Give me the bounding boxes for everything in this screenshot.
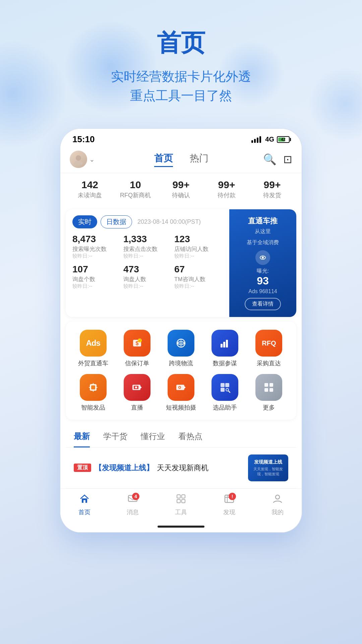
tab-zuixin[interactable]: 最新 <box>74 431 90 447</box>
nav-actions: 🔍 ⊡ <box>263 153 292 166</box>
tab-home[interactable]: 首页 <box>154 152 173 167</box>
ad-card-right[interactable]: 直通车推 从这里 基于全域消费 曝光: 93 Ads 968114 查看详情 <box>229 209 296 317</box>
scan-icon[interactable]: ⊡ <box>283 153 292 166</box>
tool-label-xuanpin: 选品助手 <box>213 404 237 412</box>
svg-rect-13 <box>226 340 228 347</box>
stat-unread-inquiries[interactable]: 142 未读询盘 <box>67 179 113 199</box>
stat-pending-payment[interactable]: 99+ 待付款 <box>204 179 249 199</box>
metric-inquiry-count: 107 询盘个数 较昨日:-- <box>72 264 121 289</box>
tool-zhibo[interactable]: 直播 <box>115 374 159 412</box>
bottom-nav: 首页 4 消息 工具 <box>60 488 302 523</box>
tab-xueganhuo[interactable]: 学干货 <box>103 431 127 447</box>
news-thumb-title: 发现频道上线 <box>254 459 282 465</box>
tool-label-data: 数据参谋 <box>213 359 237 367</box>
signal-icon <box>251 136 261 143</box>
content-tabs: 最新 学干货 懂行业 看热点 置顶 【发现频道上线】 天天发现新商机 发现频道上… <box>66 424 296 488</box>
daily-tab[interactable]: 日数据 <box>101 215 132 228</box>
tool-label-zhibo: 直播 <box>131 404 143 412</box>
tool-icon-fapin <box>80 374 107 401</box>
phone-mockup: 15:10 4G 42 ⌄ 首页 热门 🔍 ⊡ <box>60 129 302 532</box>
data-card: 实时 日数据 2023-08-14 00:00(PST) 8,473 搜索曝光次… <box>66 209 296 317</box>
tool-icon-ads: Ads <box>80 330 107 357</box>
tab-hot[interactable]: 热门 <box>190 152 208 167</box>
tool-shujucanjie[interactable]: 数据参谋 <box>203 330 247 367</box>
metric-search-click: 1,333 搜索点击次数 较昨日:-- <box>123 234 172 259</box>
message-badge: 4 <box>132 493 139 500</box>
tool-icon-xinbao: $ ✓ <box>124 330 150 357</box>
stat-pending-confirm[interactable]: 99+ 待确认 <box>158 179 204 199</box>
metric-store-visitors: 123 店铺访问人数 较昨日:-- <box>174 234 223 259</box>
svg-rect-12 <box>223 342 225 347</box>
nav-bar: ⌄ 首页 热门 🔍 ⊡ <box>60 147 302 173</box>
bottom-nav-discover[interactable]: ! 发现 <box>205 493 253 516</box>
tool-caigou[interactable]: RFQ 采购直达 <box>247 330 291 367</box>
home-icon <box>79 493 90 507</box>
discover-label: 发现 <box>223 508 235 516</box>
exposure-label: 曝光: <box>257 268 269 275</box>
svg-point-23 <box>179 387 180 388</box>
mine-label: 我的 <box>272 508 284 516</box>
ad-title: 直通车推 <box>248 216 278 226</box>
exposure-icon <box>255 250 270 265</box>
status-time: 15:10 <box>72 134 95 145</box>
page-header: 首页 实时经营数据卡片化外透 重点工具一目了然 <box>91 0 271 119</box>
avatar[interactable] <box>70 151 87 168</box>
tool-kuajingwuliu[interactable]: 跨境物流 <box>159 330 203 367</box>
search-icon[interactable]: 🔍 <box>263 153 277 166</box>
message-label: 消息 <box>127 508 139 516</box>
page-subtitle: 实时经营数据卡片化外透 重点工具一目了然 <box>111 67 251 105</box>
status-icons: 4G 42 <box>251 136 290 143</box>
home-label: 首页 <box>78 508 90 516</box>
tool-icon-data <box>212 330 238 357</box>
svg-point-0 <box>76 155 81 161</box>
svg-marker-21 <box>184 386 186 389</box>
news-thumb-sub: 天天发现，智能发现，智能发现 <box>251 467 286 477</box>
data-metrics: 8,473 搜索曝光次数 较昨日:-- 1,333 搜索点击次数 较昨日:-- … <box>72 234 223 289</box>
tool-label-ads: 外贸直通车 <box>78 359 108 367</box>
battery-icon: 42 <box>277 136 290 143</box>
tab-donghangye[interactable]: 懂行业 <box>141 431 165 447</box>
svg-rect-38 <box>182 495 185 498</box>
metric-inquiry-people: 473 询盘人数 较昨日:-- <box>123 264 172 289</box>
bottom-nav-mine[interactable]: 我的 <box>253 493 302 516</box>
tool-more[interactable]: 更多 <box>247 374 291 412</box>
tool-duanshipin[interactable]: 短视频拍摄 <box>159 374 203 412</box>
svg-rect-11 <box>221 344 223 347</box>
svg-rect-32 <box>264 388 268 392</box>
bottom-nav-message[interactable]: 4 消息 <box>109 493 157 516</box>
tool-icon-more <box>255 374 282 401</box>
stat-pending-ship[interactable]: 99+ 待发货 <box>249 179 295 199</box>
bottom-nav-tools[interactable]: 工具 <box>157 493 205 516</box>
bottom-nav-home[interactable]: 首页 <box>60 493 109 516</box>
tool-icon-zhibo <box>124 374 150 401</box>
tab-kanredian[interactable]: 看热点 <box>178 431 202 447</box>
nav-tabs: 首页 热门 <box>100 152 263 167</box>
svg-line-29 <box>229 391 230 392</box>
realtime-tab[interactable]: 实时 <box>72 215 97 228</box>
status-bar: 15:10 4G 42 <box>60 129 302 147</box>
ad-button[interactable]: 查看详情 <box>245 298 281 310</box>
tool-grid: Ads 外贸直通车 $ ✓ 信保订单 <box>71 330 291 412</box>
svg-text:✓: ✓ <box>138 339 141 342</box>
tool-waimaozitongche[interactable]: Ads 外贸直通车 <box>71 330 115 367</box>
svg-rect-35 <box>83 500 85 503</box>
stat-rfq[interactable]: 10 RFQ新商机 <box>113 179 158 199</box>
tools-icon <box>176 493 186 507</box>
tool-icon-video <box>168 374 194 401</box>
tool-label-fapin: 智能发品 <box>81 404 105 412</box>
data-card-left: 实时 日数据 2023-08-14 00:00(PST) 8,473 搜索曝光次… <box>66 209 229 317</box>
message-icon: 4 <box>127 493 138 507</box>
tool-xuanpin[interactable]: 选品助手 <box>203 374 247 412</box>
svg-rect-26 <box>221 388 225 392</box>
svg-rect-30 <box>264 383 268 387</box>
mine-icon <box>272 493 283 507</box>
tab-selector: 实时 日数据 2023-08-14 00:00(PST) <box>72 215 223 228</box>
stats-row: 142 未读询盘 10 RFQ新商机 99+ 待确认 99+ 待付款 99+ 待… <box>60 173 302 205</box>
svg-rect-15 <box>91 385 95 389</box>
tool-xinbaodingdan[interactable]: $ ✓ 信保订单 <box>115 330 159 367</box>
news-item[interactable]: 置顶 【发现频道上线】 天天发现新商机 发现频道上线 天天发现，智能发现，智能发… <box>66 448 296 488</box>
tools-label: 工具 <box>175 508 187 516</box>
metric-tm-consult: 67 TM咨询人数 较昨日:-- <box>174 264 223 289</box>
home-bar <box>158 526 204 528</box>
tool-zhinengfapin[interactable]: 智能发品 <box>71 374 115 412</box>
